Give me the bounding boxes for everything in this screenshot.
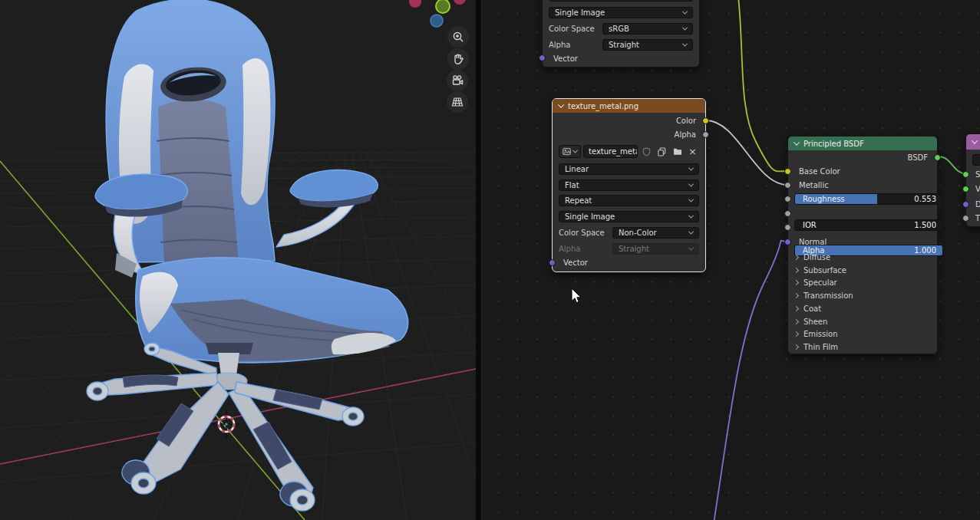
panel-diffuse[interactable]: Diffuse: [794, 252, 931, 263]
alpha-dropdown[interactable]: Straight: [602, 39, 693, 51]
panel-specular[interactable]: Specular: [794, 277, 931, 288]
ior-field[interactable]: IOR 1.500: [794, 219, 943, 231]
image-browse-button[interactable]: [559, 145, 581, 158]
alpha-output-label: Alpha: [675, 130, 696, 139]
panel-subsurface[interactable]: Subsurface: [794, 265, 931, 276]
chevron-down-icon: [682, 25, 688, 31]
panel-thin-film[interactable]: Thin Film: [794, 341, 931, 353]
volume-input-socket[interactable]: [962, 186, 969, 193]
metallic-socket[interactable]: [784, 182, 791, 189]
chevron-down-icon: [688, 245, 694, 251]
chevron-right-icon: [794, 331, 799, 337]
chevron-down-icon: [572, 148, 578, 153]
viewport-canvas[interactable]: [0, 0, 476, 520]
open-image-button[interactable]: [671, 145, 684, 158]
toggle-grid-button[interactable]: [447, 91, 468, 113]
displacement-input-label: D: [975, 200, 980, 209]
copy-icon: [658, 147, 666, 156]
pan-hand-icon: [452, 53, 464, 65]
surface-input-socket[interactable]: [962, 171, 969, 178]
duplicate-image-button[interactable]: [655, 145, 668, 158]
cursor-3d: [213, 410, 240, 438]
alpha-dropdown: Straight: [612, 243, 699, 255]
surface-input-label: S: [975, 170, 980, 179]
bsdf-output-label: BSDF: [908, 153, 928, 162]
bsdf-output-socket[interactable]: [934, 154, 941, 161]
color-space-label: Color Space: [559, 229, 608, 237]
camera-view-button[interactable]: [447, 70, 468, 91]
extension-dropdown[interactable]: Repeat: [559, 195, 699, 206]
thickness-input-label: T: [975, 214, 980, 222]
orthographic-grid-icon: [451, 96, 464, 108]
fake-user-shield-button[interactable]: [640, 145, 653, 158]
material-output-node[interactable]: S V D T: [965, 133, 980, 227]
thickness-input-socket[interactable]: [962, 215, 969, 222]
volume-input-label: V: [975, 185, 980, 193]
node-title: texture_metal.png: [568, 102, 638, 110]
shield-icon: [642, 147, 651, 156]
chevron-down-icon: [682, 9, 688, 15]
chevron-right-icon: [794, 280, 799, 285]
unlink-image-button[interactable]: ×: [686, 145, 699, 158]
alpha-label: Alpha: [549, 41, 598, 49]
vector-input-label: Vector: [563, 258, 588, 267]
pan-button[interactable]: [447, 48, 469, 70]
node-title: Principled BSDF: [803, 140, 864, 148]
vector-input-socket[interactable]: [549, 259, 556, 266]
alpha-output-socket[interactable]: [702, 131, 709, 138]
source-dropdown[interactable]: Single Image: [559, 211, 699, 222]
image-name-field[interactable]: texture_metal.png: [583, 145, 638, 158]
projection-dropdown[interactable]: Flat: [559, 179, 699, 191]
panel-transmission[interactable]: Transmission: [794, 290, 931, 301]
color-space-label: Color Space: [549, 25, 598, 33]
chevron-down-icon: [682, 41, 688, 47]
roughness-slider[interactable]: Roughness 0.553: [794, 193, 943, 205]
chevron-right-icon: [794, 255, 799, 260]
blender-window: Single Image Color Space sRGB Alpha Stra…: [0, 0, 980, 520]
vector-input-socket[interactable]: [539, 54, 546, 61]
color-output-label: Color: [676, 117, 696, 125]
interpolation-dropdown[interactable]: Linear: [559, 163, 699, 175]
normal-label: Normal: [799, 238, 827, 246]
base-color-label: Base Color: [799, 167, 840, 176]
collapse-chevron-icon[interactable]: [558, 101, 564, 107]
roughness-socket[interactable]: [784, 196, 791, 202]
texture-metal-node[interactable]: texture_metal.png Color Alpha texture_me…: [552, 98, 706, 272]
alpha-socket[interactable]: [784, 224, 791, 231]
principled-bsdf-node[interactable]: Principled BSDF BSDF Base Color Metallic…: [787, 136, 938, 354]
chair-model[interactable]: [87, 0, 408, 511]
navigation-gizmo[interactable]: [409, 0, 466, 27]
base-color-socket[interactable]: [784, 168, 791, 175]
folder-icon: [673, 147, 682, 156]
displacement-input-socket[interactable]: [962, 201, 969, 208]
collapse-chevron-icon[interactable]: [794, 139, 800, 145]
ior-socket[interactable]: [784, 210, 791, 217]
viewport-3d[interactable]: [0, 0, 476, 520]
chevron-right-icon: [794, 318, 799, 324]
color-space-dropdown[interactable]: sRGB: [602, 23, 693, 35]
vector-input-label: Vector: [553, 54, 578, 63]
bsdf-node-header[interactable]: Principled BSDF: [788, 137, 937, 150]
output-node-header[interactable]: [966, 134, 980, 150]
chevron-right-icon: [794, 344, 799, 350]
image-texture-node-top[interactable]: Single Image Color Space sRGB Alpha Stra…: [542, 0, 700, 67]
chevron-right-icon: [794, 293, 799, 298]
collapse-chevron-icon[interactable]: [972, 137, 978, 143]
image-icon: [563, 147, 571, 156]
panel-sheen[interactable]: Sheen: [794, 316, 931, 327]
normal-socket[interactable]: [784, 239, 791, 245]
zoom-button[interactable]: [447, 26, 469, 48]
panel-coat[interactable]: Coat: [794, 303, 931, 314]
chevron-down-icon: [688, 197, 694, 202]
texture-node-header[interactable]: texture_metal.png: [553, 99, 705, 113]
source-dropdown[interactable]: Single Image: [549, 7, 693, 18]
color-output-socket[interactable]: [702, 117, 709, 124]
chevron-right-icon: [794, 268, 799, 273]
color-space-dropdown[interactable]: Non-Color: [612, 227, 699, 239]
chevron-down-icon: [688, 213, 694, 219]
metallic-label: Metallic: [799, 181, 829, 189]
panel-emission[interactable]: Emission: [794, 328, 931, 340]
chevron-down-icon: [688, 182, 694, 187]
alpha-label: Alpha: [559, 245, 608, 253]
editor-split-divider[interactable]: [476, 0, 482, 520]
